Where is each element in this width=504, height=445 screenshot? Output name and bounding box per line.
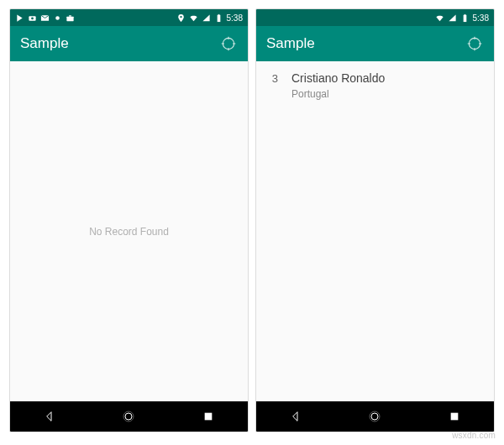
- signal-icon: [202, 13, 211, 23]
- list-item-texts: Cristiano Ronaldo Portugal: [291, 71, 385, 100]
- watermark-text: wsxdn.com: [452, 431, 496, 440]
- svg-rect-15: [205, 413, 212, 420]
- svg-point-8: [223, 38, 234, 49]
- wifi-icon: [189, 13, 198, 23]
- mail-icon: [40, 13, 50, 23]
- content-list: 3 Cristiano Ronaldo Portugal: [256, 61, 494, 401]
- camera-icon: [28, 13, 37, 23]
- navigation-bar: [256, 401, 494, 432]
- app-title: Sample: [20, 35, 219, 52]
- svg-point-23: [371, 413, 378, 420]
- status-left-icons: [15, 13, 75, 23]
- location-icon: [176, 13, 186, 23]
- app-title: Sample: [266, 35, 465, 52]
- status-bar: 5:38: [256, 9, 494, 26]
- svg-rect-17: [464, 13, 465, 14]
- list-item[interactable]: 3 Cristiano Ronaldo Portugal: [256, 61, 494, 110]
- status-right-icons: 5:38: [176, 13, 243, 23]
- svg-rect-25: [451, 413, 458, 420]
- nav-recent-button[interactable]: [195, 403, 222, 430]
- phone-empty-state: 5:38 Sample No Record Found: [9, 8, 249, 432]
- navigation-bar: [10, 401, 248, 432]
- svg-rect-16: [463, 14, 466, 21]
- app-bar: Sample: [256, 26, 494, 61]
- nav-home-button[interactable]: [115, 403, 142, 430]
- signal-icon: [448, 13, 457, 23]
- app-bar: Sample: [10, 26, 248, 61]
- status-right-icons: 5:38: [435, 13, 489, 23]
- empty-state-text: No Record Found: [10, 61, 248, 401]
- svg-rect-7: [218, 13, 219, 14]
- svg-rect-3: [66, 16, 73, 21]
- battery-icon: [460, 13, 470, 23]
- wifi-icon: [435, 13, 444, 23]
- list-item-index: 3: [268, 71, 278, 85]
- briefcase-icon: [66, 13, 75, 23]
- status-time: 5:38: [473, 13, 489, 23]
- svg-point-13: [125, 413, 132, 420]
- list-item-subtitle: Portugal: [291, 88, 385, 100]
- svg-rect-6: [217, 14, 220, 21]
- svg-point-1: [31, 17, 34, 19]
- target-icon[interactable]: [465, 34, 484, 53]
- svg-point-18: [469, 38, 480, 49]
- status-time: 5:38: [227, 13, 243, 23]
- nav-recent-button[interactable]: [441, 403, 468, 430]
- phone-list-state: 5:38 Sample 3 Cristiano Ronaldo Portugal: [255, 8, 495, 432]
- list-item-title: Cristiano Ronaldo: [291, 71, 385, 85]
- nav-back-button[interactable]: [36, 403, 63, 430]
- nav-back-button[interactable]: [282, 403, 309, 430]
- target-icon[interactable]: [219, 34, 238, 53]
- play-icon: [15, 13, 24, 23]
- dot-icon: [53, 13, 62, 23]
- svg-point-2: [55, 16, 60, 20]
- nav-home-button[interactable]: [361, 403, 388, 430]
- svg-rect-4: [69, 15, 71, 16]
- status-bar: 5:38: [10, 9, 248, 26]
- svg-point-5: [180, 15, 181, 17]
- content-empty: No Record Found: [10, 61, 248, 401]
- battery-icon: [214, 13, 223, 23]
